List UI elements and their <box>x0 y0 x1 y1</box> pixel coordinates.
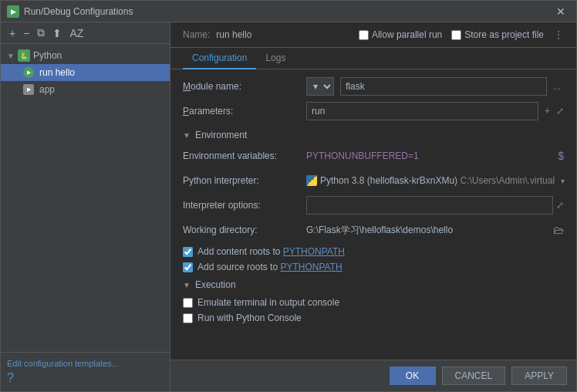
python-group[interactable]: ▼ 🐍 Python <box>1 47 170 64</box>
left-bottom: Edit configuration templates... ? <box>1 352 170 391</box>
python-interpreter-label: Python interpreter: <box>183 175 306 186</box>
app-icon-shape: ▶ <box>23 84 34 95</box>
add-source-roots-checkbox[interactable] <box>183 262 193 272</box>
allow-parallel-input[interactable] <box>359 30 369 40</box>
add-source-roots-row: Add source roots to PYTHONPATH <box>183 259 564 275</box>
add-content-roots-label: Add content roots to PYTHONPATH <box>197 246 345 257</box>
python-interpreter-row: Python interpreter: Python 3.8 (hellofla… <box>183 170 564 191</box>
add-content-roots-row: Add content roots to PYTHONPATH <box>183 244 564 259</box>
left-toolbar: + − ⧉ ⬆ AZ <box>1 22 170 44</box>
module-type-dropdown[interactable]: ▾ <box>306 77 334 96</box>
add-content-roots-checkbox[interactable] <box>183 247 193 257</box>
parameters-label: Parameters: <box>183 106 306 117</box>
python-interpreter-control: Python 3.8 (helloflask-krBxnXMu) C:\User… <box>306 175 568 186</box>
window-icon: ▶ <box>7 5 19 18</box>
cancel-button[interactable]: CANCEL <box>442 367 506 385</box>
header-options: Allow parallel run Store as project file… <box>359 29 564 41</box>
module-name-label: Module name: <box>183 81 306 92</box>
python-group-icon: 🐍 <box>18 49 30 62</box>
working-directory-row: Working directory: G:\Flask学习\helloflask… <box>183 219 564 241</box>
environment-arrow: ▼ <box>183 131 191 140</box>
left-panel: + − ⧉ ⬆ AZ ▼ 🐍 Python run hello <box>1 22 170 391</box>
close-button[interactable]: ✕ <box>552 4 570 19</box>
parameters-expand-button[interactable]: ⤢ <box>556 106 564 117</box>
tabs-bar: Configuration Logs <box>170 48 576 69</box>
working-directory-label: Working directory: <box>183 225 306 235</box>
config-name-value: run hello <box>216 29 353 40</box>
tree-item-run-hello[interactable]: run hello <box>1 64 170 81</box>
environment-section-label: Environment <box>195 130 247 140</box>
apply-button[interactable]: APPLY <box>511 367 567 385</box>
tree-item-label: run hello <box>39 67 75 78</box>
interpreter-value: Python 3.8 (helloflask-krBxnXMu) C:\User… <box>320 175 555 186</box>
module-name-row: Module name: ▾ ... <box>183 76 564 97</box>
add-source-roots-label: Add source roots to PYTHONPATH <box>197 262 342 272</box>
interpreter-dropdown-button[interactable]: ▾ <box>558 177 568 185</box>
parameters-control: + ⤢ <box>306 102 564 120</box>
group-arrow: ▼ <box>7 52 15 60</box>
move-up-button[interactable]: ⬆ <box>50 26 64 40</box>
store-project-checkbox[interactable]: Store as project file <box>451 29 544 40</box>
allow-parallel-checkbox[interactable]: Allow parallel run <box>359 29 442 40</box>
working-directory-control: G:\Flask学习\helloflask\demos\hello 🗁 <box>306 224 564 237</box>
tree-item-app[interactable]: ▶ app <box>1 81 170 98</box>
environment-section-header[interactable]: ▼ Environment <box>183 125 564 144</box>
env-variables-dollar-button[interactable]: $ <box>558 150 564 162</box>
run-python-console-label: Run with Python Console <box>197 313 302 323</box>
ok-button[interactable]: OK <box>390 367 436 385</box>
env-variables-row: Environment variables: PYTHONUNBUFFERED=… <box>183 145 564 167</box>
emulate-terminal-row: Emulate terminal in output console <box>183 295 564 310</box>
add-config-button[interactable]: + <box>7 26 18 40</box>
store-project-input[interactable] <box>451 30 461 40</box>
remove-config-button[interactable]: − <box>21 26 32 40</box>
working-directory-value: G:\Flask学习\helloflask\demos\hello <box>306 224 550 237</box>
module-name-input[interactable] <box>340 77 547 96</box>
tab-logs[interactable]: Logs <box>256 48 295 69</box>
copy-config-button[interactable]: ⧉ <box>35 25 47 40</box>
interpreter-options-control: ⤢ <box>306 196 564 215</box>
interpreter-options-expand-button[interactable]: ⤢ <box>556 200 564 211</box>
name-label: Name: <box>183 29 210 40</box>
parameters-plus-button[interactable]: + <box>542 104 553 118</box>
module-name-control: ▾ ... <box>306 77 564 96</box>
app-icon: ▶ <box>22 83 35 96</box>
allow-parallel-label: Allow parallel run <box>372 29 442 40</box>
main-window: ▶ Run/Debug Configurations ✕ + − ⧉ ⬆ AZ … <box>0 0 577 392</box>
env-variables-value: PYTHONUNBUFFERED=1 <box>306 150 419 161</box>
run-hello-icon <box>22 66 35 79</box>
env-variables-control: PYTHONUNBUFFERED=1 $ <box>306 150 564 162</box>
window-title: Run/Debug Configurations <box>24 6 552 17</box>
interpreter-options-input[interactable] <box>306 196 553 215</box>
emulate-terminal-label: Emulate terminal in output console <box>197 297 339 308</box>
execution-section-header[interactable]: ▼ Execution <box>183 275 564 293</box>
interpreter-options-label: Interpreter options: <box>183 200 306 211</box>
run-icon-shape <box>23 67 34 78</box>
parameters-row: Parameters: + ⤢ <box>183 100 564 122</box>
python-icon <box>306 175 317 186</box>
run-python-console-row: Run with Python Console <box>183 310 564 326</box>
config-tree: ▼ 🐍 Python run hello ▶ app <box>1 44 170 352</box>
titlebar: ▶ Run/Debug Configurations ✕ <box>1 1 576 22</box>
dialog-footer: OK CANCEL APPLY <box>170 360 576 391</box>
right-panel: Name: run hello Allow parallel run Store… <box>170 22 576 391</box>
more-options-button[interactable]: ⋮ <box>553 29 564 41</box>
execution-arrow: ▼ <box>183 281 191 289</box>
edit-templates-link[interactable]: Edit configuration templates... <box>7 359 164 368</box>
interpreter-options-row: Interpreter options: ⤢ <box>183 194 564 216</box>
help-button[interactable]: ? <box>7 371 164 385</box>
execution-section-label: Execution <box>195 279 236 290</box>
sort-button[interactable]: AZ <box>67 26 86 40</box>
python-group-label: Python <box>33 50 62 61</box>
env-variables-label: Environment variables: <box>183 150 306 161</box>
form-area: Module name: ▾ ... Parameters: <box>170 69 576 360</box>
parameters-input[interactable] <box>306 102 538 120</box>
tree-item-app-label: app <box>39 84 55 95</box>
tab-configuration[interactable]: Configuration <box>183 48 256 69</box>
module-more-button[interactable]: ... <box>550 79 564 93</box>
run-python-console-checkbox[interactable] <box>183 313 193 323</box>
emulate-terminal-checkbox[interactable] <box>183 298 193 308</box>
interpreter-path: C:\Users\Admin\.virtual <box>460 175 555 186</box>
config-header: Name: run hello Allow parallel run Store… <box>170 22 576 48</box>
working-directory-folder-button[interactable]: 🗁 <box>553 224 564 236</box>
main-content: + − ⧉ ⬆ AZ ▼ 🐍 Python run hello <box>1 22 576 391</box>
